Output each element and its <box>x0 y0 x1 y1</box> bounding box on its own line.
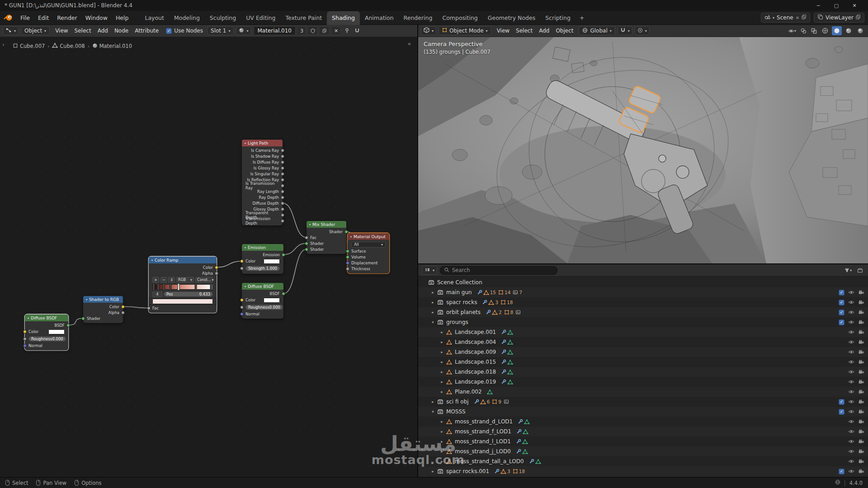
hide-in-viewport-icon[interactable] <box>848 468 854 474</box>
node-shader-to-rgb[interactable]: ▾Shader to RGBColorAlphaShader <box>83 296 123 323</box>
disable-in-renders-icon[interactable] <box>858 409 864 415</box>
disclosure-right-icon[interactable]: ▸ <box>430 300 436 305</box>
tab-layout[interactable]: Layout <box>140 11 169 25</box>
breadcrumb-item-material[interactable]: Material.010 <box>92 43 132 50</box>
stop-color-swatch[interactable] <box>152 299 213 304</box>
menu-file[interactable]: File <box>16 12 34 23</box>
tab-sculpting[interactable]: Sculpting <box>205 11 241 25</box>
outliner-row[interactable]: ▸Plane.002 <box>418 387 868 397</box>
input-socket[interactable] <box>305 248 308 251</box>
hide-in-viewport-icon[interactable] <box>848 289 854 296</box>
new-material-button[interactable] <box>320 26 330 35</box>
node-title[interactable]: ▾Light Path <box>242 140 283 146</box>
node-diffuse-left[interactable]: ▾Diffuse BSDFBSDFColorRoughness0.000Norm… <box>25 314 68 350</box>
copy-icon[interactable] <box>802 14 807 21</box>
new-collection-button[interactable] <box>856 267 864 273</box>
outliner-search-input[interactable]: Search <box>440 266 557 275</box>
material-name-field[interactable]: Material.010 <box>254 26 296 35</box>
menu-edit[interactable]: Edit <box>34 12 53 23</box>
disclosure-right-icon[interactable]: ▸ <box>439 449 445 454</box>
disable-in-renders-icon[interactable] <box>858 419 864 425</box>
hide-in-viewport-icon[interactable] <box>848 359 854 365</box>
disable-in-renders-icon[interactable] <box>858 359 864 365</box>
output-socket[interactable] <box>344 230 348 234</box>
viewport-menu-add[interactable]: Add <box>536 26 552 35</box>
tab-compositing[interactable]: Compositing <box>437 11 482 25</box>
node-mix-shader[interactable]: ▾Mix ShaderShaderFacShaderShader <box>307 221 346 254</box>
disable-in-renders-icon[interactable] <box>858 349 864 355</box>
disclosure-right-icon[interactable]: ▸ <box>430 399 436 404</box>
ramp-stop-marker[interactable] <box>152 283 155 291</box>
tab-texture-paint[interactable]: Texture Paint <box>280 11 327 25</box>
node-title[interactable]: ▾Material Output <box>348 233 389 240</box>
disclosure-right-icon[interactable]: ▸ <box>439 340 445 344</box>
ramp-tool-button[interactable]: − <box>160 277 167 283</box>
sidebar-toggle-right[interactable]: « <box>408 41 411 47</box>
node-title[interactable]: ▾Diffuse BSDF <box>25 314 68 321</box>
disable-in-renders-icon[interactable] <box>858 290 864 296</box>
color-ramp-gradient[interactable] <box>152 284 213 290</box>
xray-icon[interactable] <box>810 28 818 34</box>
outliner-row[interactable]: ▸moss_strand_f_LOD1 <box>418 427 868 436</box>
shading-wireframe-button[interactable] <box>820 26 830 35</box>
output-socket[interactable] <box>282 253 285 257</box>
disable-in-renders-icon[interactable] <box>858 319 864 325</box>
browse-material-button[interactable]: ▾ <box>236 26 251 35</box>
disclosure-down-icon[interactable]: ▾ <box>430 320 436 324</box>
shader-menu-node[interactable]: Node <box>111 26 132 35</box>
input-socket[interactable] <box>346 249 349 253</box>
disable-in-renders-icon[interactable] <box>858 339 864 345</box>
exclude-checkbox[interactable]: ✓ <box>839 310 844 315</box>
breadcrumb-item-object[interactable]: Cube.007 <box>13 43 45 50</box>
outliner-row[interactable]: ▸sci fi obj69✓ <box>418 397 868 407</box>
outliner-row[interactable]: ▸orbit planets28✓ <box>418 307 868 317</box>
node-canvas[interactable]: Cube.007›Cube.008›Material.010 › « ▾Ligh… <box>0 37 417 477</box>
disable-in-renders-icon[interactable] <box>858 300 864 305</box>
disclosure-down-icon[interactable]: ▾ <box>430 409 436 414</box>
overlays-icon[interactable] <box>799 28 808 34</box>
input-socket[interactable] <box>240 312 244 316</box>
node-title[interactable]: ▾Color Ramp <box>149 257 217 263</box>
disclosure-right-icon[interactable]: ▸ <box>439 429 445 434</box>
ramp-stop-marker[interactable] <box>157 283 160 291</box>
hide-in-viewport-icon[interactable] <box>848 329 854 335</box>
disable-in-renders-icon[interactable] <box>858 469 864 474</box>
disclosure-right-icon[interactable]: ▸ <box>439 360 445 364</box>
exclude-checkbox[interactable]: ✓ <box>839 409 844 415</box>
output-socket[interactable] <box>281 166 284 170</box>
output-socket[interactable] <box>281 160 284 164</box>
output-socket[interactable] <box>215 266 218 269</box>
menu-window[interactable]: Window <box>81 12 112 23</box>
outliner-row[interactable]: ▸Landscape.001 <box>418 327 868 337</box>
output-socket[interactable] <box>281 149 284 152</box>
hide-in-viewport-icon[interactable] <box>848 339 854 345</box>
pin-icon[interactable] <box>343 28 351 33</box>
input-socket[interactable] <box>346 255 349 259</box>
color-swatch[interactable] <box>264 259 280 264</box>
disclosure-right-icon[interactable]: ▸ <box>439 419 445 424</box>
ramp-stop-marker[interactable] <box>177 283 179 291</box>
snap-magnet-icon[interactable] <box>353 28 361 33</box>
mode-dropdown[interactable]: Object Mode ▾ <box>439 26 491 35</box>
disable-in-renders-icon[interactable] <box>858 379 864 385</box>
color-swatch[interactable] <box>48 329 65 334</box>
output-socket[interactable] <box>281 202 284 205</box>
exclude-checkbox[interactable]: ✓ <box>839 399 844 405</box>
editor-type-button[interactable]: ▾ <box>3 26 19 35</box>
tab-uv-editing[interactable]: UV Editing <box>241 11 280 25</box>
disclosure-right-icon[interactable]: ▸ <box>430 469 436 474</box>
input-socket[interactable] <box>305 242 308 245</box>
outliner-row[interactable]: ▸Landscape.009 <box>418 347 868 357</box>
node-title[interactable]: ▾Diffuse BSDF <box>242 283 283 290</box>
viewport-canvas[interactable]: Camera Perspective (135) groungs | Cube.… <box>418 37 868 263</box>
blender-logo[interactable] <box>4 14 14 22</box>
outliner-row[interactable]: ▸moss_strand_d_LOD1 <box>418 417 868 427</box>
ramp-tool-button[interactable]: + <box>152 277 159 283</box>
fake-user-button[interactable] <box>308 26 318 35</box>
disable-in-renders-icon[interactable] <box>858 369 864 375</box>
input-socket[interactable] <box>23 337 27 341</box>
input-socket[interactable] <box>23 330 27 333</box>
input-socket[interactable] <box>240 259 244 263</box>
outliner-row[interactable]: ▸moss_strand_j_LOD0 <box>418 446 868 456</box>
outliner-row[interactable]: ▾MOSSS✓ <box>418 407 868 417</box>
